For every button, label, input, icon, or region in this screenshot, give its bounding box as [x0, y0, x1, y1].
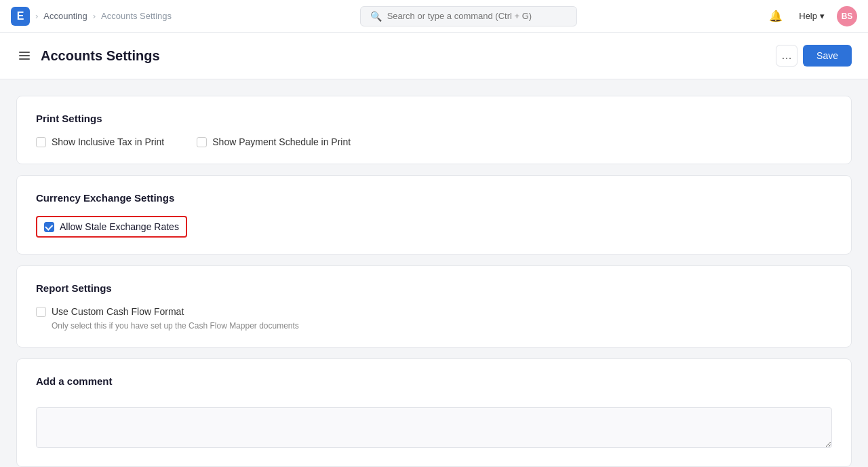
show-inclusive-tax-row: Show Inclusive Tax in Print [36, 136, 164, 147]
search-area: 🔍 [172, 6, 765, 26]
hamburger-line-2 [19, 55, 30, 56]
more-options-button[interactable]: … [776, 45, 797, 67]
sidebar-toggle-button[interactable] [16, 49, 33, 62]
show-inclusive-tax-label[interactable]: Show Inclusive Tax in Print [52, 136, 164, 147]
page-header: Accounts Settings … Save [0, 33, 868, 79]
search-bar[interactable]: 🔍 [360, 6, 577, 26]
show-payment-schedule-row: Show Payment Schedule in Print [197, 136, 351, 147]
use-custom-cash-flow-checkbox[interactable] [36, 307, 46, 317]
report-settings-card: Report Settings Use Custom Cash Flow For… [16, 265, 852, 348]
allow-stale-exchange-rates-checkbox[interactable] [44, 222, 54, 232]
topnav-right: 🔔 Help ▾ BS [765, 5, 857, 27]
comment-textarea[interactable] [36, 407, 832, 448]
show-payment-schedule-checkbox[interactable] [197, 137, 207, 147]
breadcrumb-sep-2: › [93, 11, 96, 21]
hamburger-line-1 [19, 52, 30, 53]
save-button[interactable]: Save [803, 45, 852, 67]
currency-exchange-title: Currency Exchange Settings [36, 192, 832, 204]
use-custom-cash-flow-label[interactable]: Use Custom Cash Flow Format [52, 306, 184, 317]
breadcrumb-accounting[interactable]: Accounting [43, 11, 87, 21]
page-title: Accounts Settings [41, 48, 160, 64]
print-settings-row: Show Inclusive Tax in Print Show Payment… [36, 136, 832, 147]
page-header-left: Accounts Settings [16, 48, 160, 64]
notifications-button[interactable]: 🔔 [765, 5, 787, 27]
search-icon: 🔍 [370, 11, 382, 22]
add-comment-title: Add a comment [36, 375, 832, 387]
search-input[interactable] [387, 11, 567, 21]
page-header-right: … Save [776, 45, 852, 67]
currency-exchange-card: Currency Exchange Settings Allow Stale E… [16, 175, 852, 255]
allow-stale-exchange-rates-label[interactable]: Allow Stale Exchange Rates [60, 221, 179, 232]
show-inclusive-tax-checkbox[interactable] [36, 137, 46, 147]
print-settings-title: Print Settings [36, 113, 832, 124]
help-button[interactable]: Help ▾ [793, 8, 830, 24]
breadcrumb-area: E › Accounting › Accounts Settings [11, 7, 172, 26]
hamburger-line-3 [19, 58, 30, 60]
breadcrumb-sep-1: › [35, 11, 38, 21]
app-icon[interactable]: E [11, 7, 30, 26]
top-nav: E › Accounting › Accounts Settings 🔍 🔔 H… [0, 0, 868, 33]
report-settings-title: Report Settings [36, 282, 832, 294]
report-settings-subtitle: Only select this if you have set up the … [52, 321, 832, 331]
breadcrumb-accounts-settings: Accounts Settings [101, 11, 172, 21]
chevron-down-icon: ▾ [820, 11, 825, 21]
add-comment-card: Add a comment [16, 358, 852, 467]
show-payment-schedule-label[interactable]: Show Payment Schedule in Print [212, 136, 351, 147]
allow-stale-exchange-rates-highlight: Allow Stale Exchange Rates [36, 216, 187, 238]
avatar: BS [837, 6, 857, 26]
content-area: Print Settings Show Inclusive Tax in Pri… [0, 79, 868, 467]
print-settings-card: Print Settings Show Inclusive Tax in Pri… [16, 96, 852, 164]
use-custom-cash-flow-row: Use Custom Cash Flow Format [36, 306, 832, 317]
